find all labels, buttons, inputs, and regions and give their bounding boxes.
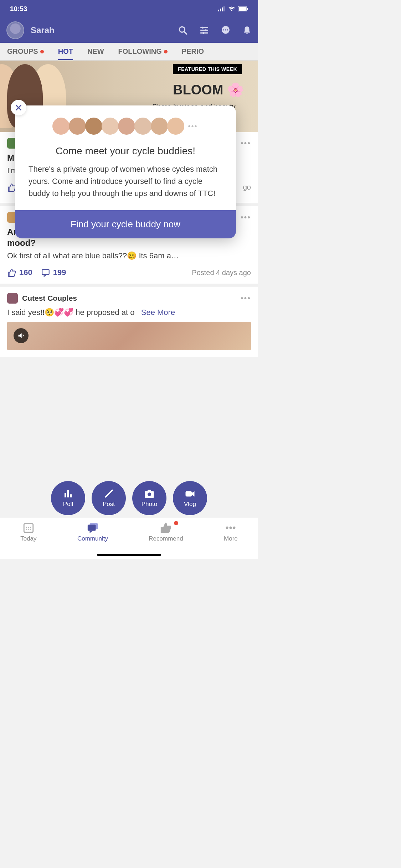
post-body: I said yes!!🥺💞💞 he proposed at o See Mor…	[7, 307, 251, 318]
svg-point-38	[226, 526, 228, 529]
post-menu-icon[interactable]: •••	[241, 294, 251, 303]
cycle-buddies-modal: ••• Come meet your cycle buddies! There'…	[15, 105, 236, 238]
fab-vlog[interactable]: Vlog	[173, 481, 207, 515]
filter-icon[interactable]	[200, 26, 209, 35]
fab-post[interactable]: Post	[92, 481, 126, 515]
badge-dot	[164, 50, 168, 53]
featured-badge: FEATURED THIS WEEK	[173, 64, 242, 74]
svg-rect-3	[223, 6, 225, 11]
user-name[interactable]: Sarah	[31, 25, 172, 35]
svg-rect-6	[247, 8, 248, 10]
post-body: Ok first of all what are blue balls??🥴 I…	[7, 250, 251, 262]
nav-recommend[interactable]: Recommend	[149, 522, 183, 542]
bell-icon[interactable]	[242, 26, 252, 35]
fab-poll[interactable]: Poll	[51, 481, 85, 515]
status-icons	[218, 6, 248, 11]
svg-rect-2	[222, 7, 223, 11]
svg-point-17	[225, 29, 226, 30]
status-time: 10:53	[10, 5, 27, 13]
app-header: Sarah	[0, 18, 258, 43]
modal-title: Come meet your cycle buddies!	[15, 142, 236, 163]
svg-rect-22	[65, 493, 66, 498]
bottom-nav: Today Community Recommend More	[0, 518, 258, 559]
svg-point-39	[230, 526, 232, 529]
badge-dot	[40, 50, 44, 53]
svg-point-12	[205, 29, 207, 31]
cellular-icon	[218, 6, 225, 11]
svg-rect-24	[70, 494, 72, 497]
svg-point-40	[233, 526, 236, 529]
svg-rect-28	[186, 491, 192, 497]
svg-rect-29	[24, 524, 33, 532]
feed-tabs: GROUPS HOT NEW FOLLOWING PERIO	[0, 43, 258, 61]
fab-photo[interactable]: Photo	[132, 481, 166, 515]
see-more-link[interactable]: See More	[141, 308, 175, 317]
tab-groups[interactable]: GROUPS	[7, 47, 44, 56]
svg-point-16	[223, 29, 224, 30]
svg-point-34	[28, 529, 29, 530]
tab-hot[interactable]: HOT	[58, 47, 73, 56]
svg-rect-0	[218, 10, 219, 11]
svg-line-8	[184, 31, 187, 34]
svg-point-10	[202, 27, 204, 29]
svg-point-31	[28, 527, 29, 528]
svg-point-35	[30, 529, 31, 530]
svg-point-18	[227, 29, 228, 30]
tab-following[interactable]: FOLLOWING	[118, 47, 168, 56]
status-bar: 10:53	[0, 0, 258, 18]
svg-rect-37	[88, 525, 96, 531]
user-avatar[interactable]	[6, 21, 24, 39]
modal-avatars: •••	[15, 105, 236, 142]
svg-rect-27	[148, 490, 151, 492]
home-indicator	[97, 554, 161, 556]
svg-point-33	[26, 529, 27, 530]
svg-rect-23	[67, 490, 69, 497]
more-dots-icon: •••	[188, 122, 197, 130]
post-card[interactable]: Cutest Couples ••• I said yes!!🥺💞💞 he pr…	[0, 287, 258, 357]
svg-point-30	[26, 527, 27, 528]
comment-button[interactable]: 199	[41, 268, 66, 277]
svg-point-26	[148, 492, 151, 496]
tab-new[interactable]: NEW	[87, 47, 104, 56]
modal-body: There's a private group of women whose c…	[15, 163, 236, 210]
svg-rect-19	[42, 270, 49, 275]
banner-title: BLOOM 🌸	[173, 82, 244, 98]
post-group-avatar	[7, 293, 18, 304]
compose-fabs: Poll Post Photo Vlog	[0, 481, 258, 515]
battery-icon	[238, 6, 248, 11]
nav-community[interactable]: Community	[77, 522, 108, 542]
post-group-name[interactable]: Cutest Couples	[22, 294, 236, 303]
svg-point-32	[30, 527, 31, 528]
tab-period[interactable]: PERIO	[182, 47, 204, 56]
wifi-icon	[228, 6, 235, 11]
mute-button[interactable]	[14, 328, 29, 343]
like-button[interactable]: 160	[7, 268, 32, 277]
modal-cta-button[interactable]: Find your cycle buddy now	[15, 210, 236, 238]
post-menu-icon[interactable]: •••	[241, 139, 251, 148]
nav-more[interactable]: More	[224, 522, 238, 542]
modal-close-button[interactable]	[11, 100, 26, 115]
svg-point-14	[202, 32, 204, 34]
post-time: Posted 4 days ago	[192, 269, 251, 277]
chat-icon[interactable]	[221, 26, 230, 35]
post-menu-icon[interactable]: •••	[241, 213, 251, 222]
search-icon[interactable]	[178, 26, 187, 35]
post-image[interactable]	[7, 322, 251, 350]
nav-today[interactable]: Today	[20, 522, 36, 542]
badge-dot	[174, 521, 178, 525]
post-time: go	[243, 183, 251, 191]
svg-rect-1	[220, 9, 221, 11]
svg-rect-5	[239, 7, 246, 11]
